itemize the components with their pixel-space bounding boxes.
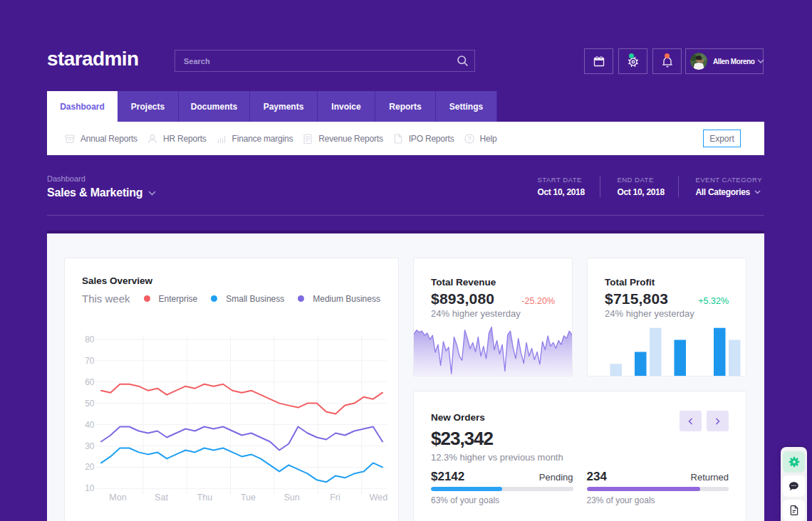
- subnav-item-label: Help: [480, 134, 497, 144]
- legend-label: Enterprise: [159, 294, 198, 304]
- user-name: Allen Moreno: [713, 58, 755, 65]
- tab-payments[interactable]: Payments: [250, 91, 318, 122]
- total-profit-card: Total Profit $715,803 +5.32% 24% higher …: [587, 258, 746, 377]
- export-button[interactable]: Export: [703, 130, 741, 147]
- tab-documents[interactable]: Documents: [179, 91, 250, 122]
- subnav-item-label: Revenue Reports: [318, 134, 382, 144]
- settings-button[interactable]: [618, 48, 647, 74]
- goal-progress-fill: [587, 487, 701, 491]
- filter-label: EVENT CATEGORY: [695, 176, 762, 184]
- total-revenue-value: $893,080: [431, 290, 494, 307]
- legend-dot: [298, 295, 304, 302]
- file-icon: [392, 133, 404, 144]
- total-profit-delta: +5.32%: [698, 296, 729, 306]
- fab-document-button[interactable]: [783, 500, 805, 521]
- header: staradmin: [0, 0, 812, 91]
- legend-item-small-business[interactable]: Small Business: [211, 294, 284, 304]
- goal-progress-track: [587, 487, 729, 491]
- goal-progress-track: [431, 487, 573, 491]
- orders-prev-button[interactable]: [680, 411, 702, 431]
- total-revenue-title: Total Revenue: [431, 277, 555, 288]
- filter-chevron-down-icon: [754, 190, 761, 194]
- notifications-button[interactable]: [652, 48, 682, 74]
- page-title[interactable]: Sales & Marketing: [47, 186, 156, 199]
- subnav-items: Annual Reports HR Reports Finance margin…: [64, 133, 506, 144]
- sales-overview-title: Sales Overview: [82, 275, 381, 286]
- archive-icon: [64, 133, 76, 144]
- content-panel: Sales Overview This week Enterprise Smal…: [47, 233, 764, 521]
- page-title-label: Sales & Marketing: [47, 186, 142, 199]
- calendar-button[interactable]: [584, 48, 613, 74]
- subnav-item-help[interactable]: Help: [464, 133, 497, 144]
- svg-text:20: 20: [85, 462, 95, 472]
- subnav-item-label: Annual Reports: [80, 134, 137, 144]
- main-nav-tabs: DashboardProjectsDocumentsPaymentsInvoic…: [47, 91, 497, 122]
- goal-caption: 23% of your goals: [587, 495, 729, 505]
- chevron-left-icon: [688, 418, 693, 425]
- total-profit-title: Total Profit: [605, 277, 729, 288]
- brand-logo[interactable]: staradmin: [47, 48, 138, 70]
- fab-settings-button[interactable]: [783, 451, 805, 473]
- tab-settings[interactable]: Settings: [436, 91, 497, 122]
- breadcrumb: Dashboard Sales & Marketing: [47, 174, 156, 199]
- fab-chat-button[interactable]: [783, 475, 805, 497]
- legend-item-enterprise[interactable]: Enterprise: [144, 294, 198, 304]
- sales-overview-subtitle: This week: [82, 293, 130, 305]
- profile-menu[interactable]: Allen Moreno: [685, 48, 764, 74]
- svg-text:30: 30: [85, 441, 95, 451]
- filter-event-category[interactable]: EVENT CATEGORY All Categories: [678, 176, 762, 197]
- tab-projects[interactable]: Projects: [118, 91, 179, 122]
- search-icon[interactable]: [450, 55, 474, 67]
- help-circle-icon: [464, 133, 475, 144]
- goal-value: $2142: [431, 470, 464, 484]
- subnav-item-label: Finance margins: [232, 134, 293, 144]
- chevron-right-icon: [715, 418, 720, 425]
- file-text-icon: [302, 133, 313, 144]
- subnav-item-hr-reports[interactable]: HR Reports: [147, 133, 207, 144]
- svg-text:80: 80: [85, 335, 95, 344]
- subnav-item-label: HR Reports: [163, 134, 207, 144]
- breadcrumb-section: Dashboard: [47, 174, 156, 183]
- title-chevron-down-icon: [148, 191, 156, 196]
- tab-invoice[interactable]: Invoice: [318, 91, 375, 122]
- svg-text:Fri: Fri: [330, 493, 340, 502]
- profile-chevron-down-icon: [757, 59, 764, 63]
- tab-reports[interactable]: Reports: [375, 91, 436, 122]
- filter-end-date[interactable]: END DATE Oct 10, 2018: [600, 176, 678, 197]
- tab-dashboard[interactable]: Dashboard: [47, 91, 118, 122]
- subnav-item-finance-margins[interactable]: Finance margins: [216, 133, 293, 144]
- subnav-item-ipo-reports[interactable]: IPO Reports: [392, 133, 454, 144]
- search-input[interactable]: [175, 57, 450, 65]
- filters: START DATE Oct 10, 2018 END DATE Oct 10,…: [537, 176, 762, 197]
- new-orders-title: New Orders: [431, 412, 485, 423]
- new-orders-card: New Orders $23,342 12.3% higher vs previ…: [413, 391, 746, 521]
- settings-notification-dot: [629, 53, 634, 58]
- filter-label: END DATE: [617, 176, 678, 184]
- subnav: Annual Reports HR Reports Finance margin…: [47, 122, 764, 155]
- goal-value: 234: [587, 470, 607, 484]
- filter-start-date[interactable]: START DATE Oct 10, 2018: [537, 176, 600, 197]
- goal-progress-fill: [431, 487, 502, 491]
- legend-label: Medium Business: [313, 294, 380, 304]
- document-icon: [788, 505, 800, 516]
- avatar: [690, 53, 707, 70]
- legend-dot: [144, 295, 150, 302]
- total-revenue-card: Total Revenue $893,080 -25.20% 24% highe…: [413, 258, 573, 377]
- subnav-item-annual-reports[interactable]: Annual Reports: [64, 133, 137, 144]
- total-profit-bar-chart: [588, 323, 746, 376]
- legend-item-medium-business[interactable]: Medium Business: [298, 294, 380, 304]
- floating-action-panel: [781, 447, 807, 521]
- filter-label: START DATE: [537, 176, 600, 184]
- filter-value: All Categories: [695, 187, 762, 197]
- svg-text:Sat: Sat: [155, 493, 168, 502]
- goal-label: Returned: [691, 472, 729, 483]
- svg-text:Wed: Wed: [370, 493, 388, 502]
- svg-text:70: 70: [85, 356, 95, 366]
- total-revenue-note: 24% higher yesterday: [431, 308, 555, 319]
- legend-label: Small Business: [226, 294, 284, 304]
- svg-text:60: 60: [85, 377, 95, 387]
- subnav-item-label: IPO Reports: [409, 134, 454, 144]
- goal-caption: 63% of your goals: [431, 495, 573, 505]
- orders-next-button[interactable]: [707, 411, 729, 431]
- subnav-item-revenue-reports[interactable]: Revenue Reports: [302, 133, 382, 144]
